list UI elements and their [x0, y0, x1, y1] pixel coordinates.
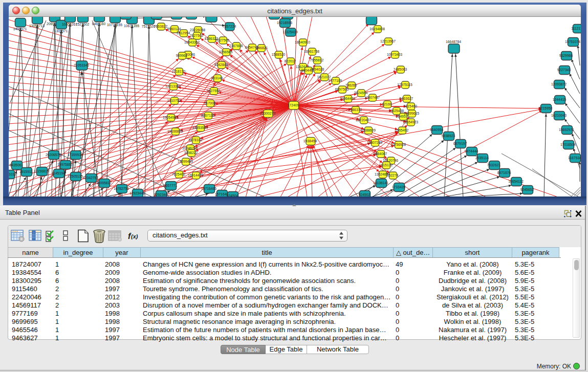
svg-text:16782759: 16782759 — [114, 187, 129, 190]
svg-text:1405571: 1405571 — [13, 27, 27, 31]
svg-text:18640910: 18640910 — [295, 40, 310, 44]
svg-text:1615132: 1615132 — [379, 163, 393, 167]
svg-text:9777109: 9777109 — [329, 79, 342, 82]
svg-text:7663822: 7663822 — [154, 25, 168, 28]
svg-text:8454749: 8454749 — [245, 46, 259, 49]
svg-text:15720407: 15720407 — [356, 118, 371, 122]
svg-text:17016504: 17016504 — [560, 143, 576, 146]
svg-text:12505135: 12505135 — [68, 174, 83, 178]
svg-text:9245652: 9245652 — [520, 188, 534, 191]
svg-text:16648784: 16648784 — [446, 40, 461, 43]
svg-text:10719155: 10719155 — [107, 23, 122, 27]
svg-text:746266: 746266 — [345, 83, 357, 87]
svg-text:9327505: 9327505 — [216, 38, 230, 42]
svg-text:1588520: 1588520 — [272, 53, 286, 56]
svg-text:10756928: 10756928 — [390, 143, 406, 146]
svg-text:2935114: 2935114 — [475, 156, 489, 160]
svg-text:9794028: 9794028 — [311, 68, 324, 71]
svg-text:21053346: 21053346 — [74, 63, 89, 67]
svg-text:10025438: 10025438 — [388, 109, 404, 113]
svg-text:8878332: 8878332 — [189, 138, 203, 142]
svg-text:10671355: 10671355 — [124, 24, 139, 28]
svg-text:62160: 62160 — [382, 102, 392, 106]
svg-text:12342757: 12342757 — [83, 176, 98, 180]
svg-text:20364436: 20364436 — [340, 97, 355, 100]
svg-text:1733426: 1733426 — [392, 185, 406, 189]
svg-text:9474444: 9474444 — [465, 149, 478, 153]
svg-text:9115460: 9115460 — [404, 104, 417, 108]
svg-text:3915911: 3915911 — [19, 170, 33, 173]
svg-text:1621072: 1621072 — [317, 75, 331, 79]
svg-text:1965492: 1965492 — [395, 128, 409, 132]
svg-text:7986372: 7986372 — [349, 108, 362, 112]
svg-text:3498222: 3498222 — [184, 151, 198, 155]
svg-text:8267110: 8267110 — [201, 114, 214, 117]
svg-text:10899615: 10899615 — [404, 112, 419, 115]
svg-text:9427552: 9427552 — [207, 89, 221, 93]
svg-text:822017: 822017 — [285, 59, 296, 63]
svg-text:16961758: 16961758 — [304, 50, 319, 53]
svg-text:7485063: 7485063 — [394, 68, 407, 71]
svg-text:7955812: 7955812 — [310, 58, 324, 62]
svg-text:13055713: 13055713 — [29, 24, 45, 28]
svg-text:924502: 924502 — [359, 193, 371, 196]
svg-text:803144: 803144 — [211, 76, 223, 80]
svg-text:12923446: 12923446 — [129, 191, 145, 195]
svg-text:14099489: 14099489 — [178, 160, 193, 163]
svg-text:23300273: 23300273 — [260, 112, 275, 115]
svg-text:9960124: 9960124 — [167, 27, 181, 31]
svg-text:2718170: 2718170 — [172, 70, 186, 73]
svg-text:3824554: 3824554 — [354, 91, 368, 95]
svg-text:3912954: 3912954 — [177, 31, 190, 35]
svg-text:3756585: 3756585 — [219, 50, 233, 54]
svg-text:7625402: 7625402 — [172, 172, 186, 176]
svg-text:16914479: 16914479 — [188, 173, 203, 177]
svg-text:16136141: 16136141 — [373, 181, 388, 185]
svg-text:18807249: 18807249 — [367, 141, 382, 144]
svg-text:10654112: 10654112 — [508, 180, 524, 183]
svg-text:15751074: 15751074 — [565, 40, 580, 43]
svg-text:17359934: 17359934 — [68, 153, 83, 157]
svg-text:264103: 264103 — [9, 172, 15, 176]
svg-text:18654923: 18654923 — [403, 120, 418, 124]
svg-text:10095817: 10095817 — [96, 181, 112, 185]
svg-text:19218596: 19218596 — [277, 21, 292, 25]
svg-text:11156819: 11156819 — [34, 169, 49, 173]
svg-text:10973403: 10973403 — [387, 53, 402, 56]
svg-text:9329966: 9329966 — [559, 54, 573, 57]
svg-text:1292344: 1292344 — [154, 193, 168, 196]
svg-text:7357224: 7357224 — [223, 25, 236, 28]
svg-text:10807487: 10807487 — [364, 96, 380, 99]
svg-text:2827502: 2827502 — [190, 34, 204, 37]
svg-text:12093872: 12093872 — [551, 82, 567, 86]
svg-text:9463627: 9463627 — [400, 97, 413, 100]
svg-text:12213967: 12213967 — [380, 39, 396, 43]
svg-text:15692971: 15692971 — [559, 128, 574, 132]
svg-text:152274: 152274 — [387, 173, 399, 177]
svg-text:8471676: 8471676 — [497, 171, 511, 174]
svg-text:1112174: 1112174 — [571, 27, 581, 30]
svg-text:2549575: 2549575 — [396, 115, 410, 118]
svg-text:7515526: 7515526 — [142, 25, 156, 28]
svg-text:19975887: 19975887 — [57, 163, 73, 166]
svg-text:9242848: 9242848 — [214, 63, 228, 67]
svg-text:1305571: 1305571 — [54, 29, 68, 33]
svg-text:(x): (x) — [131, 233, 138, 239]
svg-text:989961: 989961 — [176, 54, 188, 57]
svg-text:5938923: 5938923 — [442, 134, 455, 138]
svg-text:19054985: 19054985 — [163, 116, 178, 119]
svg-text:1167534: 1167534 — [568, 156, 581, 160]
svg-text:12213382: 12213382 — [165, 84, 181, 88]
svg-text:6466160: 6466160 — [92, 22, 106, 26]
svg-text:15716485: 15716485 — [201, 187, 216, 190]
svg-text:6897505: 6897505 — [335, 87, 349, 91]
svg-text:172409: 172409 — [288, 103, 299, 107]
svg-text:11325419: 11325419 — [282, 30, 298, 34]
svg-text:1640954: 1640954 — [430, 128, 444, 132]
svg-text:9657771: 9657771 — [164, 184, 178, 187]
svg-text:13353594: 13353594 — [192, 126, 208, 129]
svg-text:9684067: 9684067 — [374, 152, 387, 156]
svg-text:2367608: 2367608 — [229, 44, 243, 48]
svg-text:917006: 917006 — [204, 101, 216, 105]
svg-text:16210043: 16210043 — [551, 114, 567, 117]
